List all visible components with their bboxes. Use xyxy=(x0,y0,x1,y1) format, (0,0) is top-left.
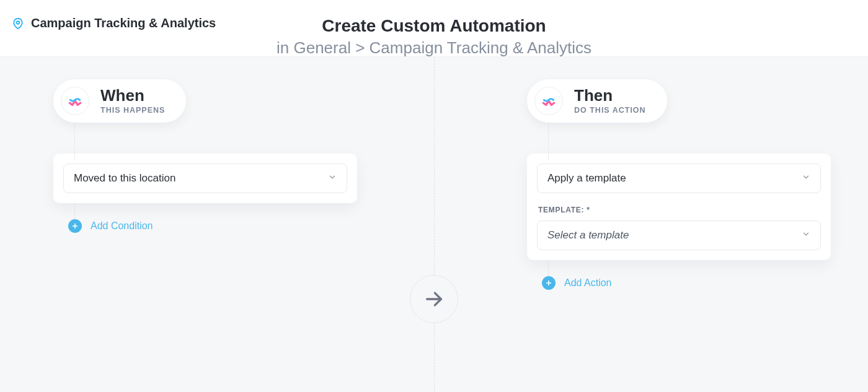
when-subheading: THIS HAPPENS xyxy=(100,106,165,115)
when-connector-line xyxy=(74,123,75,160)
clickup-logo-icon xyxy=(534,87,563,115)
then-header-pill: Then DO THIS ACTION xyxy=(527,79,667,123)
then-column: Then DO THIS ACTION Apply a template TEM… xyxy=(527,79,831,290)
then-connector-line xyxy=(548,123,549,160)
then-card-connector xyxy=(548,260,549,276)
when-column: When THIS HAPPENS Moved to this location… xyxy=(53,79,357,233)
when-card-connector xyxy=(74,203,75,219)
svg-point-0 xyxy=(17,21,20,24)
trigger-card: Moved to this location xyxy=(53,154,357,203)
template-field-label: TEMPLATE: * xyxy=(538,206,820,214)
action-select-value: Apply a template xyxy=(547,172,626,185)
breadcrumb-label: Campaign Tracking & Analytics xyxy=(31,16,216,30)
when-heading: When xyxy=(100,87,165,104)
template-select-placeholder: Select a template xyxy=(547,229,629,242)
chevron-down-icon xyxy=(802,230,810,241)
automation-canvas: When THIS HAPPENS Moved to this location… xyxy=(0,57,868,392)
page-header: Campaign Tracking & Analytics Create Cus… xyxy=(0,0,868,57)
add-condition-button[interactable]: Add Condition xyxy=(53,219,357,233)
arrow-right-icon xyxy=(423,289,445,310)
template-select[interactable]: Select a template xyxy=(537,220,821,250)
page-title-block: Create Custom Automation in General > Ca… xyxy=(277,15,591,58)
chevron-down-icon xyxy=(328,173,337,184)
trigger-select-value: Moved to this location xyxy=(74,172,175,185)
flow-arrow-node xyxy=(410,275,458,323)
add-action-button[interactable]: Add Action xyxy=(527,276,831,290)
when-header-pill: When THIS HAPPENS xyxy=(53,79,186,123)
action-select[interactable]: Apply a template xyxy=(537,163,821,193)
page-title: Create Custom Automation xyxy=(277,15,591,37)
center-divider xyxy=(434,57,435,392)
plus-circle-icon xyxy=(68,219,82,233)
chevron-down-icon xyxy=(802,173,810,184)
then-heading: Then xyxy=(574,87,646,104)
location-pin-icon xyxy=(12,18,24,29)
clickup-logo-icon xyxy=(61,87,89,115)
breadcrumb[interactable]: Campaign Tracking & Analytics xyxy=(12,16,216,30)
action-card: Apply a template TEMPLATE: * Select a te… xyxy=(527,154,831,260)
add-action-label: Add Action xyxy=(564,277,612,289)
then-subheading: DO THIS ACTION xyxy=(574,106,646,115)
page-subtitle: in General > Campaign Tracking & Analyti… xyxy=(277,38,591,58)
add-condition-label: Add Condition xyxy=(91,220,153,232)
trigger-select[interactable]: Moved to this location xyxy=(63,163,347,193)
plus-circle-icon xyxy=(542,276,556,290)
